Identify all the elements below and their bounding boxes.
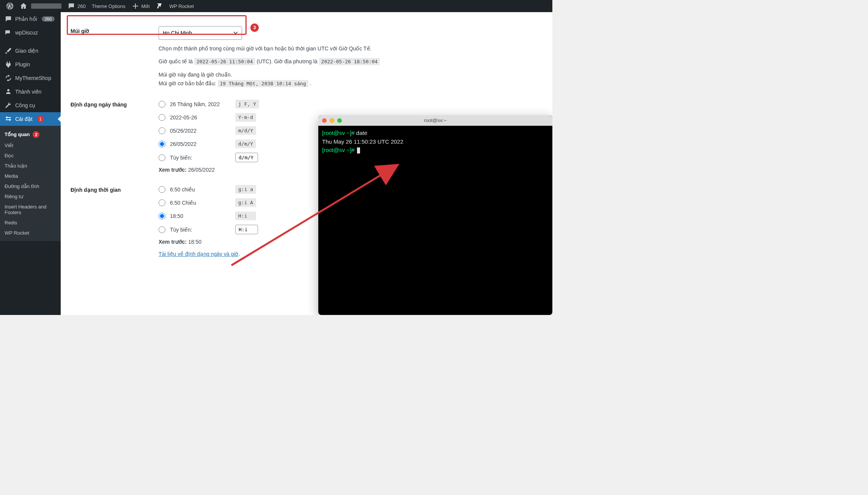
wp-rocket-link[interactable]: WP Rocket	[166, 0, 197, 12]
brush-icon	[5, 47, 12, 55]
terminal-title: root@sv:~	[424, 117, 447, 123]
date-format-label: Định dạng ngày tháng	[71, 94, 154, 179]
plus-icon	[132, 2, 139, 10]
window-controls	[322, 118, 342, 123]
menu-users[interactable]: Thành viên	[0, 85, 61, 99]
submenu-writing[interactable]: Viết	[0, 140, 61, 150]
timezone-select[interactable]: Ho Chi Minh	[159, 26, 242, 40]
date-format-radio-3[interactable]	[159, 141, 165, 147]
terminal-cursor	[357, 147, 360, 154]
time-format-radio-1[interactable]	[159, 199, 165, 206]
new-content-link[interactable]: Mới	[129, 0, 153, 12]
date-format-radio-custom[interactable]	[159, 154, 165, 161]
timezone-std-line: Múi giờ này đang là giờ chuẩn.	[159, 70, 539, 79]
timezone-base-line: Múi giờ cơ bản bắt đầu: 19 Tháng Một, 20…	[159, 79, 539, 88]
menu-appearance[interactable]: Giao diện	[0, 44, 61, 58]
admin-sidebar: Phản hồi 260 wpDiscuz Giao diện Plugin M…	[0, 12, 61, 315]
comment-icon	[68, 2, 75, 10]
yoast-icon	[156, 2, 163, 10]
time-format-radio-2[interactable]	[159, 213, 165, 219]
chat-icon	[5, 29, 12, 36]
yoast-link[interactable]	[153, 0, 166, 12]
comment-icon	[5, 15, 12, 23]
timezone-label: Múi giờ	[71, 20, 154, 93]
menu-settings[interactable]: Cài đặt 1	[0, 112, 61, 126]
minimize-dot[interactable]	[330, 118, 334, 123]
submenu-discussion[interactable]: Thảo luận	[0, 161, 61, 171]
close-dot[interactable]	[322, 118, 327, 123]
maximize-dot[interactable]	[337, 118, 342, 123]
menu-comments[interactable]: Phản hồi 260	[0, 12, 61, 26]
submenu-wprocket[interactable]: WP Rocket	[0, 228, 61, 238]
submenu-media[interactable]: Media	[0, 171, 61, 181]
admin-toolbar: 260 Theme Options Mới WP Rocket	[0, 0, 552, 12]
terminal-titlebar[interactable]: root@sv:~	[318, 115, 552, 126]
time-format-radio-0[interactable]	[159, 186, 165, 193]
settings-submenu: Tổng quan 2 Viết Đọc Thảo luận Media Đườ…	[0, 126, 61, 241]
wordpress-icon	[6, 2, 14, 10]
site-home[interactable]	[17, 0, 64, 12]
time-format-custom-input[interactable]	[235, 225, 258, 234]
wrench-icon	[5, 102, 12, 109]
submenu-general[interactable]: Tổng quan 2	[0, 129, 61, 140]
timezone-desc: Chọn một thành phố trong cùng múi giờ vớ…	[159, 44, 539, 53]
date-time-doc-link[interactable]: Tài liệu về định dạng ngày và giờ	[159, 251, 238, 257]
date-format-radio-0[interactable]	[159, 101, 165, 108]
sliders-icon	[5, 115, 12, 123]
wp-logo[interactable]	[3, 0, 17, 12]
terminal-body[interactable]: [root@sv ~]# date Thu May 26 11:50:23 UT…	[318, 126, 552, 158]
comments-count: 260	[77, 3, 86, 9]
submenu-redis[interactable]: Redis	[0, 218, 61, 228]
refresh-icon	[5, 74, 12, 82]
submenu-privacy[interactable]: Riêng tư	[0, 191, 61, 202]
menu-wpdiscuz[interactable]: wpDiscuz	[0, 26, 61, 39]
terminal-window: root@sv:~ [root@sv ~]# date Thu May 26 1…	[318, 115, 552, 315]
site-name-redacted	[31, 3, 61, 9]
comments-link[interactable]: 260	[64, 0, 89, 12]
callout-badge-3: 3	[250, 23, 259, 32]
submenu-permalinks[interactable]: Đường dẫn tĩnh	[0, 181, 61, 191]
plug-icon	[5, 61, 12, 68]
home-icon	[20, 2, 27, 10]
date-format-custom-input[interactable]	[235, 153, 258, 162]
menu-mythemeshop[interactable]: MyThemeShop	[0, 71, 61, 85]
time-format-radio-custom[interactable]	[159, 226, 165, 233]
date-format-radio-2[interactable]	[159, 127, 165, 134]
submenu-reading[interactable]: Đọc	[0, 150, 61, 161]
menu-plugins[interactable]: Plugin	[0, 58, 61, 71]
menu-tools[interactable]: Công cụ	[0, 99, 61, 112]
timezone-utc-line: Giờ quốc tế là 2022-05-26 11:50:04 (UTC)…	[159, 57, 539, 66]
user-icon	[5, 88, 12, 96]
time-format-label: Định dạng thời gian	[71, 179, 154, 263]
date-format-radio-1[interactable]	[159, 114, 165, 121]
theme-options-link[interactable]: Theme Options	[89, 0, 129, 12]
submenu-insert-headers[interactable]: Insert Headers and Footers	[0, 202, 61, 218]
